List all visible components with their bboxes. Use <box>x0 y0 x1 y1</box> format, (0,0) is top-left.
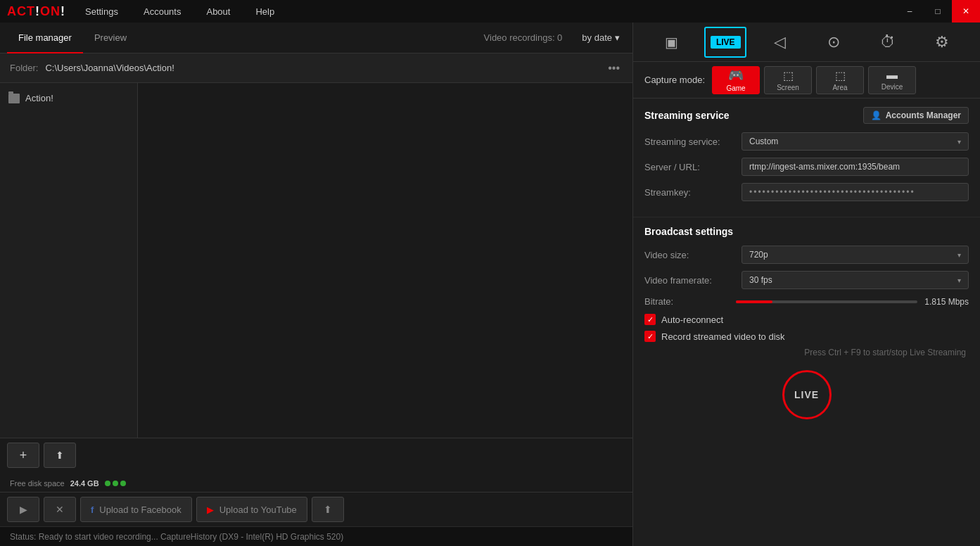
delete-button[interactable]: ✕ <box>44 497 76 522</box>
press-hint: Press Ctrl + F9 to start/stop Live Strea… <box>644 348 969 357</box>
import-button[interactable]: ⬆ <box>44 443 76 468</box>
server-url-value: rtmp://ingest-ams.mixer.com:1935/beam <box>749 162 900 172</box>
folder-path: C:\Users\Joanna\Videos\Action! <box>45 63 605 73</box>
recordings-label: Video recordings: 0 <box>484 32 563 43</box>
video-size-value: 720p <box>749 250 768 260</box>
tab-file-manager[interactable]: File manager <box>7 23 83 53</box>
audio-icon: ◁ <box>774 33 786 51</box>
file-area: Action! <box>0 83 632 438</box>
title-bar-controls: – □ ✕ <box>896 0 980 23</box>
tabs-bar: File manager Preview Video recordings: 0… <box>0 23 632 53</box>
mode-audio-button[interactable]: ◁ <box>758 27 801 58</box>
mode-film-button[interactable]: ▣ <box>650 27 692 58</box>
streaming-service-row: Streaming service: Custom ▾ <box>644 132 969 151</box>
nav-about[interactable]: About <box>193 0 243 23</box>
folder-label: Folder: <box>10 63 38 73</box>
close-button[interactable]: ✕ <box>952 0 980 23</box>
video-framerate-dropdown[interactable]: 30 fps ▾ <box>742 271 969 289</box>
sort-label: by date <box>582 32 612 43</box>
auto-reconnect-checkbox[interactable]: ✓ <box>644 314 656 325</box>
nav-settings[interactable]: Settings <box>72 0 131 23</box>
auto-reconnect-label: Auto-reconnect <box>661 315 723 325</box>
server-url-field[interactable]: rtmp://ingest-ams.mixer.com:1935/beam <box>742 158 969 176</box>
bitrate-label: Bitrate: <box>644 296 736 307</box>
upload-facebook-label: Upload to Facebook <box>99 504 181 515</box>
tree-item-label: Action! <box>25 93 53 103</box>
status-text: Status: Ready to start video recording..… <box>10 532 343 542</box>
mode-benchmark-button[interactable]: ⏱ <box>867 27 909 58</box>
disk-dot-1 <box>105 481 110 486</box>
bitrate-value: 1.815 Mbps <box>924 297 969 307</box>
capture-game-button[interactable]: 🎮 Game <box>712 66 760 94</box>
video-framerate-label: Video framerate: <box>644 275 736 286</box>
add-button[interactable]: + <box>7 443 39 468</box>
streaming-service-dropdown[interactable]: Custom ▾ <box>742 132 969 151</box>
screen-icon: ⬚ <box>783 69 794 82</box>
tab-preview[interactable]: Preview <box>83 23 138 53</box>
accounts-manager-label: Accounts Manager <box>886 110 961 120</box>
bitrate-bar[interactable] <box>736 300 917 303</box>
toolbar-row: ▶ ✕ f Upload to Facebook ▶ Upload to You… <box>0 492 632 526</box>
area-label: Area <box>832 84 847 91</box>
folder-options-button[interactable]: ••• <box>605 62 623 75</box>
main-container: File manager Preview Video recordings: 0… <box>0 23 980 546</box>
streamkey-value: •••••••••••••••••••••••••••••••••••••• <box>749 187 915 197</box>
sort-button[interactable]: by date ▾ <box>576 30 625 46</box>
video-size-arrow-icon: ▾ <box>957 251 961 259</box>
settings-icon: ⚙ <box>935 33 949 51</box>
right-panel: ▣ LIVE ◁ ⊙ ⏱ ⚙ Capture mod <box>633 23 980 546</box>
upload-youtube-button[interactable]: ▶ Upload to YouTube <box>196 497 307 522</box>
folder-icon <box>8 94 20 103</box>
file-content <box>138 83 632 438</box>
capture-mode-row: Capture mode: 🎮 Game ⬚ Screen ⬚ Area ▬ D… <box>633 62 980 99</box>
status-bar: Status: Ready to start video recording..… <box>0 526 632 546</box>
live-mode-label: LIVE <box>711 36 741 49</box>
capture-area-button[interactable]: ⬚ Area <box>816 66 864 94</box>
nav-accounts[interactable]: Accounts <box>131 0 193 23</box>
sidebar-tree: Action! <box>0 83 138 438</box>
left-panel: File manager Preview Video recordings: 0… <box>0 23 633 546</box>
logo-text: ACT!ON! <box>7 4 65 19</box>
facebook-icon: f <box>91 504 94 515</box>
minimize-button[interactable]: – <box>896 0 924 23</box>
video-size-label: Video size: <box>644 250 736 260</box>
accounts-manager-button[interactable]: 👤 Accounts Manager <box>863 107 969 124</box>
maximize-button[interactable]: □ <box>924 0 952 23</box>
upload-facebook-button[interactable]: f Upload to Facebook <box>80 497 192 522</box>
nav-menu: Settings Accounts About Help <box>72 0 287 23</box>
video-size-dropdown[interactable]: 720p ▾ <box>742 246 969 264</box>
capture-device-button[interactable]: ▬ Device <box>868 66 916 94</box>
record-streamed-label: Record streamed video to disk <box>661 331 785 342</box>
record-streamed-checkbox[interactable]: ✓ <box>644 331 656 342</box>
checkmark-icon-2: ✓ <box>647 332 654 341</box>
title-bar-left: ACT!ON! Settings Accounts About Help <box>0 0 287 23</box>
bitrate-row: Bitrate: 1.815 Mbps <box>644 296 969 307</box>
mode-settings-button[interactable]: ⚙ <box>921 27 963 58</box>
streamkey-field[interactable]: •••••••••••••••••••••••••••••••••••••• <box>742 183 969 201</box>
disk-dot-2 <box>113 481 118 486</box>
area-icon: ⬚ <box>835 69 846 82</box>
bitrate-fill <box>736 300 772 303</box>
live-circle-button[interactable]: LIVE <box>782 370 832 419</box>
play-button[interactable]: ▶ <box>7 497 39 522</box>
folder-bar: Folder: C:\Users\Joanna\Videos\Action! •… <box>0 53 632 83</box>
user-icon: 👤 <box>871 110 882 120</box>
video-size-row: Video size: 720p ▾ <box>644 246 969 264</box>
tree-item-action[interactable]: Action! <box>0 89 137 108</box>
upload-button[interactable]: ⬆ <box>312 497 344 522</box>
capture-screen-button[interactable]: ⬚ Screen <box>764 66 812 94</box>
streamkey-row: Streamkey: •••••••••••••••••••••••••••••… <box>644 183 969 201</box>
mode-screenshot-button[interactable]: ⊙ <box>813 27 855 58</box>
streaming-service-label: Streaming service: <box>644 136 736 147</box>
benchmark-icon: ⏱ <box>880 33 896 51</box>
server-url-row: Server / URL: rtmp://ingest-ams.mixer.co… <box>644 158 969 176</box>
sort-chevron-icon: ▾ <box>615 32 620 43</box>
auto-reconnect-row: ✓ Auto-reconnect <box>644 314 969 325</box>
disk-dot-3 <box>120 481 126 486</box>
mode-live-button[interactable]: LIVE <box>704 27 746 58</box>
screen-label: Screen <box>777 84 799 91</box>
broadcast-title: Broadcast settings <box>644 226 969 237</box>
server-url-label: Server / URL: <box>644 162 736 172</box>
nav-help[interactable]: Help <box>243 0 287 23</box>
capture-mode-label: Capture mode: <box>644 75 705 85</box>
